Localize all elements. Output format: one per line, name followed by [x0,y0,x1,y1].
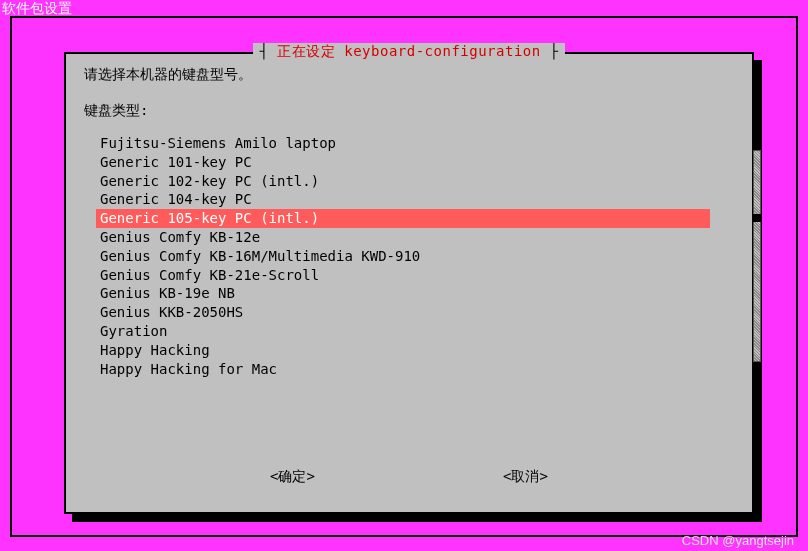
button-row: <确定> <取消> [66,468,752,486]
list-label: 键盘类型: [84,102,734,120]
dialog-title-prefix: 正在设定 [277,43,344,59]
list-item[interactable]: Genius KB-19e NB [96,284,710,303]
list-item[interactable]: Gyration [96,322,710,341]
list-item[interactable]: Happy Hacking for Mac [96,360,710,379]
title-bracket-right: ├ [541,43,559,59]
dialog-title: ┤ 正在设定 keyboard-configuration ├ [253,43,564,61]
list-item[interactable]: Generic 102-key PC (intl.) [96,172,710,191]
title-bracket-left: ┤ [259,43,277,59]
ok-button[interactable]: <确定> [270,468,315,486]
dialog-title-pkg: keyboard-configuration [344,43,540,59]
scroll-thumb[interactable] [753,214,761,222]
list-item[interactable]: Generic 101-key PC [96,153,710,172]
list-item[interactable]: Genius Comfy KB-16M/Multimedia KWD-910 [96,247,710,266]
list-item[interactable]: Genius KKB-2050HS [96,303,710,322]
list-item[interactable]: Generic 105-key PC (intl.) [96,209,710,228]
scroll-up-icon[interactable]: ↑ [753,134,760,148]
scroll-track[interactable] [753,150,761,362]
dialog-title-bar: ┤ 正在设定 keyboard-configuration ├ [66,43,752,61]
prompt-text: 请选择本机器的键盘型号。 [84,66,734,84]
list-item[interactable]: Genius Comfy KB-21e-Scroll [96,266,710,285]
cancel-button[interactable]: <取消> [503,468,548,486]
list-item[interactable]: Fujitsu-Siemens Amilo laptop [96,134,710,153]
list-item[interactable]: Genius Comfy KB-12e [96,228,710,247]
scrollbar[interactable]: ↑ ↓ [750,134,764,378]
terminal-frame: ┤ 正在设定 keyboard-configuration ├ 请选择本机器的键… [10,16,798,537]
scroll-down-icon[interactable]: ↓ [753,364,760,378]
keyboard-config-dialog: ┤ 正在设定 keyboard-configuration ├ 请选择本机器的键… [64,52,754,514]
list-item[interactable]: Happy Hacking [96,341,710,360]
watermark: CSDN @yangtsejin [682,533,794,548]
list-item[interactable]: Generic 104-key PC [96,190,710,209]
keyboard-list[interactable]: Fujitsu-Siemens Amilo laptopGeneric 101-… [96,134,734,378]
